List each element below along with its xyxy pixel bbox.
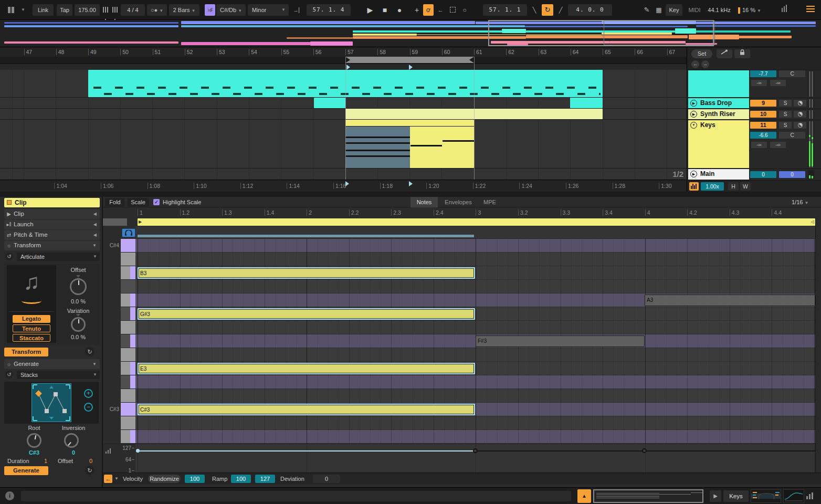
track-input-channel[interactable]: 11 <box>750 122 776 129</box>
track-pan-field[interactable]: C <box>779 70 805 77</box>
midi-note-a3[interactable]: A3 <box>645 295 815 306</box>
bar-number[interactable]: 66 <box>635 49 643 55</box>
piano-key[interactable] <box>121 280 135 293</box>
section-launch[interactable]: ▸‖Launch◀ <box>4 219 100 229</box>
loop-start-display[interactable]: 57. 1. 1 <box>483 4 527 16</box>
loop-length-bar[interactable] <box>138 235 474 237</box>
track-header[interactable]: -7.7 C -∞ -∞ <box>687 70 821 97</box>
tempo-field[interactable]: 175.00 <box>75 4 100 16</box>
preview-play-button[interactable]: ▶ <box>710 490 721 502</box>
scale-name-menu[interactable]: Minor▼ <box>248 4 289 16</box>
solo-button[interactable]: S <box>779 122 792 129</box>
window-layout-caret-icon[interactable]: ▼ <box>20 4 26 16</box>
lock-icon[interactable] <box>734 49 750 58</box>
stacks-pattern-editor[interactable] <box>31 383 71 422</box>
track-send-a-field[interactable]: -∞ <box>751 142 767 148</box>
bar-number[interactable]: 51 <box>153 49 161 55</box>
root-value[interactable]: C#3 <box>16 449 52 456</box>
bar-number[interactable]: 48 <box>56 49 65 55</box>
bar-number[interactable]: 67 <box>667 49 676 55</box>
time-ruler[interactable]: 1:041:061:081:101:121:141:161:181:201:22… <box>0 180 687 192</box>
offset-value[interactable]: 0.0 % <box>59 298 98 304</box>
bar-number[interactable]: 58 <box>377 49 386 55</box>
piano-key[interactable] <box>121 239 135 253</box>
arrangement-position-display[interactable]: 57. 1. 4 <box>307 4 351 16</box>
piano-key[interactable] <box>121 389 135 403</box>
next-marker-button[interactable]: → <box>701 60 709 68</box>
punch-region-icon[interactable] <box>447 4 458 16</box>
velocity-line-selected[interactable] <box>138 450 475 452</box>
nudge-up-icon[interactable] <box>111 4 119 16</box>
arm-button[interactable] <box>794 122 806 129</box>
track-header-bass-drop[interactable]: ▶ Bass Drop 9 S <box>687 98 821 108</box>
time-label[interactable]: 1:04 <box>54 183 67 189</box>
time-label[interactable]: 1:22 <box>473 183 486 189</box>
pianoroll-ruler-label[interactable]: 1.4 <box>265 209 275 216</box>
arrangement-loop-brace[interactable] <box>345 57 474 63</box>
transform-apply-button[interactable]: Transform <box>4 348 48 356</box>
clip-overview-minimap[interactable] <box>593 489 703 503</box>
bar-number[interactable]: 62 <box>506 49 514 55</box>
record-button[interactable]: ● <box>394 4 405 16</box>
bar-number[interactable]: 49 <box>88 49 97 55</box>
lane-menu-caret-icon[interactable]: ▼ <box>114 475 121 483</box>
add-voice-button[interactable]: + <box>84 389 93 398</box>
scale-icon[interactable]: ♭♯ <box>205 4 215 16</box>
warp-icon[interactable] <box>689 182 699 191</box>
show-clip-view-button[interactable]: ▲ <box>577 489 591 503</box>
section-generate[interactable]: ☼Generate▼ <box>4 359 100 369</box>
draw-mode-pencil-icon[interactable]: ✎ <box>641 4 652 16</box>
section-transform[interactable]: ☼Transform▼ <box>4 240 100 250</box>
pianoroll-ruler-label[interactable]: 4.4 <box>772 209 782 216</box>
piano-key[interactable] <box>121 362 135 375</box>
tap-tempo-button[interactable]: Tap <box>57 4 72 16</box>
bar-number[interactable]: 56 <box>313 49 322 55</box>
time-label[interactable]: 1:30 <box>659 183 671 189</box>
scale-button[interactable]: Scale <box>127 198 149 206</box>
variation-knob[interactable] <box>71 317 86 332</box>
main-pan-field[interactable]: 0 <box>779 171 805 178</box>
time-label[interactable]: 1:28 <box>613 183 625 189</box>
bar-number[interactable]: 50 <box>120 49 129 55</box>
pianoroll-scroll-strip[interactable] <box>815 218 821 472</box>
time-label[interactable]: 1:14 <box>287 183 299 189</box>
bar-number[interactable]: 61 <box>474 49 482 55</box>
highlight-scale-checkbox[interactable]: ✓ <box>153 199 160 205</box>
new-scene-button[interactable]: + <box>413 4 421 16</box>
piano-key[interactable] <box>121 430 135 444</box>
piano-key[interactable] <box>121 321 135 334</box>
cycle-preset-icon[interactable]: ↺ <box>5 253 13 260</box>
velocity-lane-icon[interactable] <box>106 447 113 454</box>
arrangement-clip[interactable] <box>314 98 345 108</box>
note-grid[interactable]: B3A3G#3F#3E3C#3 <box>135 239 815 444</box>
bar-number[interactable]: 54 <box>249 49 257 55</box>
arm-button[interactable] <box>794 111 806 118</box>
bar-number[interactable]: 53 <box>217 49 225 55</box>
pitch-row[interactable] <box>135 321 815 334</box>
pianoroll-ruler-label[interactable]: 2.2 <box>349 209 359 216</box>
time-label[interactable]: 1:16 <box>333 183 346 189</box>
cpu-meter[interactable]: 16 %▼ <box>735 4 764 16</box>
velocity-node[interactable] <box>473 448 478 453</box>
track-pan-field[interactable]: C <box>779 132 805 139</box>
pianoroll-ruler-label[interactable]: 4 <box>645 209 650 216</box>
tab-mpe[interactable]: MPE <box>479 197 501 207</box>
loop-start-marker-icon[interactable]: ▶ <box>139 219 142 224</box>
link-button[interactable]: Link <box>33 4 54 16</box>
bar-number[interactable]: 52 <box>185 49 193 55</box>
grid-size-menu[interactable]: 1/16▼ <box>792 197 808 207</box>
deviation-field[interactable]: 0 <box>313 475 340 483</box>
bar-number[interactable]: 59 <box>410 49 418 55</box>
arm-button[interactable] <box>794 100 806 107</box>
device-thumbnail[interactable] <box>751 489 781 503</box>
pianoroll-ruler[interactable]: 11.21.31.422.22.32.433.23.33.444.24.34.4 <box>103 207 821 218</box>
overdub-button[interactable]: ơ <box>423 4 434 16</box>
track-name-block[interactable]: ▶ Bass Drop <box>688 98 749 108</box>
track-color-block[interactable] <box>688 70 749 97</box>
info-view-icon[interactable]: i <box>5 491 14 500</box>
section-clip[interactable]: ▶Clip◀ <box>4 209 100 219</box>
track-input-channel[interactable]: 10 <box>750 111 776 118</box>
cycle-preset-icon[interactable]: ↺ <box>5 371 13 379</box>
arrangement-clip[interactable] <box>570 98 603 108</box>
midi-note-fs3[interactable]: F#3 <box>476 335 645 347</box>
